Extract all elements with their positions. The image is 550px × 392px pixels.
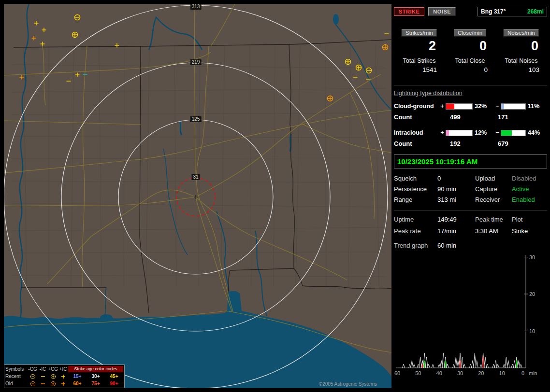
svg-text:60: 60 — [394, 370, 400, 376]
peak-time-header: Peak time — [475, 216, 512, 223]
plus-icon — [58, 380, 68, 386]
noise-toggle-button[interactable]: NOISE — [428, 7, 456, 16]
map-legend: Symbols -CG -IC +CG +IC Strike age color… — [4, 364, 125, 388]
legend-age-title: Strike age color codes — [68, 366, 123, 372]
plot-value: Strike — [512, 227, 547, 235]
lightning-map[interactable] — [4, 4, 391, 388]
capture-label: Capture — [475, 185, 512, 193]
legend-col-ncg: -CG — [28, 366, 38, 372]
receiver-status: Enabled — [512, 196, 547, 203]
intracloud-label: Intracloud — [394, 129, 440, 136]
trend-graph-label: Trend graph — [394, 242, 437, 249]
bearing-indicator: Bng 317° 268mi — [478, 7, 547, 16]
total-strikes-label: Total Strikes — [394, 57, 445, 64]
bearing-value: Bng 317° — [481, 8, 506, 15]
squelch-label: Squelch — [394, 175, 437, 182]
cg-minus-bar — [501, 103, 526, 110]
minus-icon — [38, 380, 48, 386]
svg-text:20: 20 — [478, 370, 484, 376]
intracloud-row: Intracloud + 12% − 44% — [394, 129, 547, 136]
ic-minus-count: 679 — [498, 140, 508, 147]
circle-plus-icon — [48, 373, 58, 379]
capture-status: Active — [512, 185, 547, 193]
receiver-label: Receiver — [475, 196, 512, 203]
persistence-value: 90 min — [437, 185, 475, 193]
age-90: 90+ — [105, 381, 123, 386]
strikes-per-min-value: 2 — [394, 39, 445, 53]
divider — [394, 85, 547, 85]
map-panel: 31321912531 Symbols -CG -IC +CG +IC Stri… — [4, 4, 391, 388]
total-strikes-value: 1541 — [394, 66, 445, 73]
trend-graph: 3020106050403020100min — [394, 252, 547, 379]
trend-graph-header: Trend graph 60 min — [394, 242, 547, 249]
settings-table: Squelch 0 Upload Disabled Persistence 90… — [394, 175, 547, 203]
total-close-label: Total Close — [445, 57, 495, 64]
ic-minus-bar-fill — [501, 130, 512, 136]
total-close-value: 0 — [445, 66, 495, 73]
mode-toggle-row: STRIKE NOISE Bng 317° 268mi — [394, 7, 547, 16]
svg-text:0: 0 — [521, 370, 524, 376]
total-noises-label: Total Noises — [495, 57, 547, 64]
bearing-range-value: 268mi — [527, 8, 544, 15]
range-label: Range — [394, 196, 437, 203]
minus-icon — [38, 373, 48, 379]
count-label: Count — [394, 113, 450, 121]
close-per-min-label: Close/min — [454, 29, 486, 37]
ic-minus-pct: 44% — [528, 129, 545, 136]
legend-col-nic: -IC — [38, 366, 48, 372]
minus-sign: − — [495, 103, 500, 110]
ic-plus-pct: 12% — [475, 129, 492, 136]
noises-per-min-value: 0 — [495, 39, 547, 53]
peak-time-value: 3:30 AM — [475, 227, 512, 235]
circle-plus-icon — [48, 380, 58, 386]
squelch-value: 0 — [437, 175, 475, 182]
svg-text:10: 10 — [499, 370, 505, 376]
uptime-label: Uptime — [394, 216, 437, 223]
close-counter-column: Close/min 0 Total Close 0 — [445, 28, 495, 73]
upload-status: Disabled — [512, 175, 547, 182]
ic-minus-bar — [501, 130, 526, 136]
cloud-ground-row: Cloud-ground + 32% − 11% — [394, 103, 547, 110]
svg-text:10: 10 — [529, 328, 535, 334]
cg-plus-bar — [446, 103, 473, 110]
cg-minus-count: 171 — [498, 113, 508, 121]
legend-symbols-header: Symbols — [5, 366, 28, 372]
svg-text:30: 30 — [457, 370, 463, 376]
noises-counter-column: Noises/min 0 Total Noises 103 — [495, 28, 547, 73]
legend-col-pic: +IC — [58, 366, 68, 372]
intracloud-count-row: Count 192 679 — [394, 140, 547, 147]
cg-plus-count: 499 — [450, 113, 498, 121]
svg-text:50: 50 — [415, 370, 421, 376]
age-30: 30+ — [87, 374, 105, 379]
plus-sign: + — [440, 129, 445, 136]
age-75: 75+ — [87, 381, 105, 386]
ic-plus-count: 192 — [450, 140, 498, 147]
trend-window-value: 60 min — [437, 242, 547, 249]
svg-text:30: 30 — [529, 254, 535, 260]
peak-rate-value: 17/min — [437, 227, 475, 235]
strikes-counter-column: Strikes/min 2 Total Strikes 1541 — [394, 28, 445, 73]
minus-sign: − — [495, 129, 500, 136]
strike-toggle-button[interactable]: STRIKE — [394, 7, 424, 16]
strikes-per-min-label: Strikes/min — [402, 29, 437, 37]
legend-recent-label: Recent — [5, 374, 28, 379]
legend-col-pcg: +CG — [48, 366, 58, 372]
ic-plus-bar-fill — [446, 130, 449, 136]
svg-text:20: 20 — [529, 291, 535, 297]
cloud-ground-label: Cloud-ground — [394, 103, 440, 110]
svg-text:40: 40 — [436, 370, 442, 376]
stats-table: Uptime 149:49 Peak time Plot Peak rate 1… — [394, 216, 547, 235]
plot-header: Plot — [512, 216, 547, 223]
circle-minus-icon — [28, 373, 38, 379]
count-label: Count — [394, 140, 450, 147]
ic-plus-bar — [446, 130, 473, 136]
persistence-label: Persistence — [394, 185, 437, 193]
uptime-value: 149:49 — [437, 216, 475, 223]
upload-label: Upload — [475, 175, 512, 182]
age-60: 60+ — [68, 381, 87, 386]
divider — [394, 210, 547, 210]
noises-per-min-label: Noises/min — [504, 29, 539, 37]
cloud-ground-count-row: Count 499 171 — [394, 113, 547, 121]
age-45: 45+ — [105, 374, 123, 379]
total-noises-value: 103 — [495, 66, 547, 73]
